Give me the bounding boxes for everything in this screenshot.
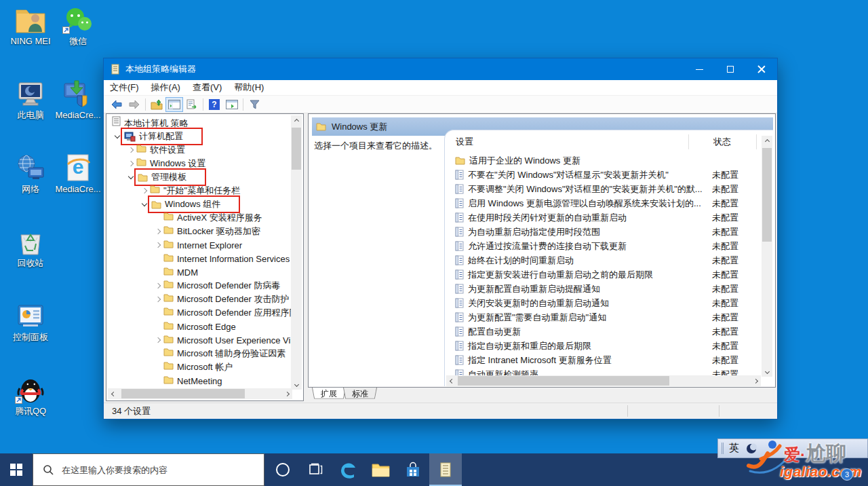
tree-item[interactable]: Microsoft User Experience Virt <box>106 333 303 347</box>
export-list-button[interactable] <box>183 97 201 112</box>
chevron-right-icon[interactable] <box>153 229 163 233</box>
titlebar[interactable]: 本地组策略编辑器 <box>104 58 777 80</box>
show-hide-action-pane-button[interactable] <box>223 97 241 112</box>
column-separator[interactable] <box>756 134 757 149</box>
tree-item[interactable]: ActiveX 安装程序服务 <box>106 211 303 225</box>
scroll-right-arrow[interactable] <box>750 375 761 386</box>
desktop-icon-recycle-bin[interactable]: 回收站 <box>7 227 54 268</box>
tree-item[interactable]: Microsoft Defender 应用程序防 <box>106 306 303 320</box>
setting-row[interactable]: 不要在"关闭 Windows"对话框显示"安装更新并关机"未配置 <box>445 168 751 182</box>
tree-item[interactable]: Microsoft Edge <box>106 320 303 333</box>
desktop-icon-this-pc[interactable]: 此电脑 <box>7 79 54 120</box>
scroll-down-arrow[interactable] <box>291 379 302 390</box>
filter-button[interactable] <box>245 97 263 112</box>
view-tab-standard[interactable]: 标准 <box>343 388 377 400</box>
menu-item[interactable]: 帮助(H) <box>228 80 270 95</box>
tree-item[interactable]: Internet Explorer <box>106 238 303 252</box>
tree-item[interactable]: BitLocker 驱动器加密 <box>106 225 303 238</box>
setting-row[interactable]: 为更新配置"需要自动重新启动"通知未配置 <box>445 310 751 324</box>
taskbar-search[interactable] <box>33 453 264 486</box>
tree-item[interactable]: 本地计算机 策略 <box>106 116 303 130</box>
scroll-left-arrow[interactable] <box>446 375 457 386</box>
chevron-right-icon[interactable] <box>125 162 136 166</box>
scroll-up-arrow[interactable] <box>762 136 772 147</box>
setting-row[interactable]: 为更新配置自动重新启动提醒通知未配置 <box>445 282 751 296</box>
chevron-right-icon[interactable] <box>153 243 163 247</box>
menu-item[interactable]: 操作(A) <box>145 80 186 95</box>
chevron-right-icon[interactable] <box>153 284 163 288</box>
scroll-left-arrow[interactable] <box>108 388 119 399</box>
langbar-indicator[interactable]: 英 <box>729 442 739 455</box>
desktop-icon-network[interactable]: 网络 <box>7 153 54 194</box>
setting-row[interactable]: 指定自动更新和重启的最后期限未配置 <box>445 339 751 353</box>
chevron-down-icon[interactable] <box>125 176 136 179</box>
setting-row[interactable]: 始终在计划的时间重新启动未配置 <box>445 253 751 267</box>
list-hscrollbar-thumb[interactable] <box>458 376 669 386</box>
setting-row[interactable]: 配置自动更新未配置 <box>445 324 751 339</box>
desktop-icon-media-creation-tool-1[interactable]: MediaCre... <box>54 79 102 120</box>
setting-row[interactable]: 适用于企业的 Windows 更新 <box>445 153 751 168</box>
minimize-button[interactable] <box>684 58 715 80</box>
tree-item[interactable]: Microsoft 帐户 <box>106 360 303 374</box>
language-bar[interactable]: 英 <box>717 438 868 458</box>
maximize-button[interactable] <box>715 58 746 80</box>
setting-row[interactable]: 指定 Intranet Microsoft 更新服务位置未配置 <box>445 353 751 367</box>
desktop-icon-tencent-qq[interactable]: 腾讯QQ <box>7 375 54 416</box>
tree-item[interactable]: 管理模板 <box>106 170 303 184</box>
start-button[interactable] <box>0 453 33 486</box>
tree-item[interactable]: "开始"菜单和任务栏 <box>106 184 303 198</box>
desktop-icon-ning-mei-folder[interactable]: NING MEI <box>7 5 54 46</box>
scroll-right-arrow[interactable] <box>281 388 292 399</box>
tree-vertical-scrollbar[interactable] <box>291 115 302 390</box>
langbar-grip[interactable] <box>722 443 724 454</box>
scroll-up-arrow[interactable] <box>291 115 302 126</box>
column-header-status[interactable]: 状态 <box>713 136 731 148</box>
column-header-setting[interactable]: 设置 <box>456 136 473 148</box>
tree-scrollbar-thumb[interactable] <box>292 128 301 170</box>
list-vertical-scrollbar[interactable] <box>762 136 772 377</box>
chevron-right-icon[interactable] <box>139 189 150 193</box>
tree-item[interactable]: Internet Information Services <box>106 252 303 265</box>
tree-item[interactable]: NetMeeting <box>106 374 303 388</box>
setting-row[interactable]: 在使用时段关闭针对更新的自动重新启动未配置 <box>445 210 751 225</box>
ime-moon-icon[interactable] <box>746 443 757 454</box>
chevron-right-icon[interactable] <box>153 297 163 301</box>
cortana-button[interactable] <box>267 453 299 486</box>
scroll-down-arrow[interactable] <box>762 366 772 377</box>
gpedit-taskbar-button[interactable] <box>429 453 462 486</box>
desktop-icon-control-panel[interactable]: 控制面板 <box>7 301 54 342</box>
chevron-down-icon[interactable] <box>112 136 123 138</box>
forward-button[interactable] <box>125 97 143 112</box>
setting-row[interactable]: 关闭安装更新时的自动重新启动通知未配置 <box>445 296 751 310</box>
tree-item[interactable]: 软件设置 <box>106 143 303 157</box>
setting-row[interactable]: 指定更新安装进行自动重新启动之前的最后期限未配置 <box>445 267 751 282</box>
up-one-level-button[interactable] <box>148 97 165 112</box>
tree-hscrollbar-thumb[interactable] <box>121 389 245 398</box>
help-button[interactable]: ? <box>205 97 223 112</box>
tree-item[interactable]: Microsoft Defender 攻击防护 <box>106 293 303 306</box>
menu-item[interactable]: 文件(F) <box>104 80 145 95</box>
edge-button[interactable] <box>332 453 364 486</box>
desktop-icon-media-creation-tool-2[interactable]: eMediaCre... <box>54 153 102 194</box>
back-button[interactable] <box>108 97 125 112</box>
tree-item[interactable]: Microsoft Defender 防病毒 <box>106 279 303 293</box>
store-button[interactable] <box>397 453 429 486</box>
setting-row[interactable]: 为自动重新启动指定使用时段范围未配置 <box>445 225 751 239</box>
tree-item[interactable]: Windows 设置 <box>106 157 303 170</box>
tree-item[interactable]: Windows 组件 <box>106 198 303 211</box>
setting-row[interactable]: 不要调整"关闭 Windows"对话框里的"安装更新并关机"的默...未配置 <box>445 182 751 196</box>
task-view-button[interactable] <box>299 453 332 486</box>
menu-item[interactable]: 查看(V) <box>186 80 228 95</box>
list-scrollbar-thumb[interactable] <box>762 148 772 242</box>
search-input[interactable] <box>62 465 231 475</box>
tree-item[interactable]: Microsoft 辅助身份验证因素 <box>106 347 303 360</box>
column-separator[interactable] <box>688 134 689 149</box>
tree-horizontal-scrollbar[interactable] <box>108 388 292 399</box>
tree-item[interactable]: 计算机配置 <box>106 130 303 143</box>
chevron-down-icon[interactable] <box>139 204 150 206</box>
close-button[interactable] <box>746 58 777 80</box>
setting-row[interactable]: 允许通过按流量计费的连接自动下载更新未配置 <box>445 239 751 253</box>
chevron-right-icon[interactable] <box>153 338 163 342</box>
chevron-right-icon[interactable] <box>125 148 136 152</box>
desktop-icon-wechat[interactable]: 微信 <box>54 5 102 46</box>
